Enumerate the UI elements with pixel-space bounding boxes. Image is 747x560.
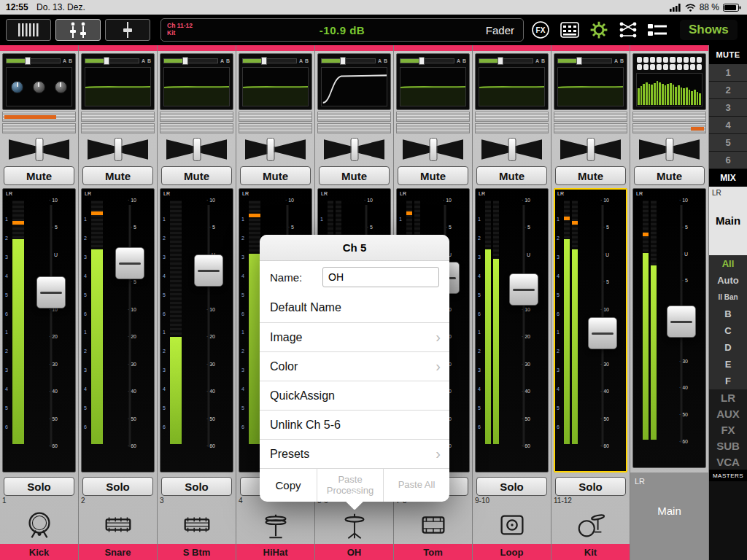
pan-handle[interactable] — [587, 138, 595, 161]
pan-control[interactable] — [324, 136, 384, 163]
gain-handle[interactable] — [261, 57, 267, 65]
gain-slider[interactable] — [242, 58, 297, 63]
channel-color-bar[interactable] — [0, 45, 78, 51]
fader-area[interactable]: LR 123456123456 105U5102030405060 — [2, 188, 76, 472]
mute-group-6[interactable]: 6 — [709, 152, 747, 169]
gain-slider[interactable] — [479, 58, 533, 63]
fader-track[interactable] — [582, 205, 623, 447]
master-mute-button[interactable]: Mute — [634, 166, 705, 185]
processing-display[interactable] — [557, 67, 624, 106]
channel-processing-view[interactable]: AB — [317, 53, 391, 110]
bank-c[interactable]: C — [709, 322, 747, 339]
instrument-icon[interactable] — [551, 506, 630, 544]
mix-header[interactable]: MIX — [709, 169, 747, 187]
mute-button[interactable]: Mute — [555, 166, 626, 185]
pan-handle[interactable] — [350, 138, 358, 161]
pan-control[interactable] — [245, 136, 306, 163]
dyn-meter-display[interactable] — [2, 112, 76, 122]
fader-track[interactable] — [31, 205, 71, 447]
channel-processing-view[interactable]: AB — [554, 53, 627, 110]
menu-item-image[interactable]: Image — [260, 322, 449, 351]
mute-button[interactable]: Mute — [82, 166, 153, 185]
gain-handle[interactable] — [340, 57, 346, 65]
channel-processing-view[interactable]: AB — [2, 53, 76, 110]
ab-input-selector[interactable]: AB — [378, 58, 387, 63]
channel-color-bar[interactable] — [394, 45, 472, 51]
channel-name[interactable]: Loop — [473, 544, 551, 560]
processing-display[interactable] — [242, 67, 309, 106]
bank-f[interactable]: F — [709, 373, 747, 389]
mute-group-3[interactable]: 3 — [709, 99, 747, 117]
channel-name[interactable]: S Btm — [158, 544, 236, 560]
mute-groups-header[interactable]: MUTE — [709, 45, 747, 64]
eq-meter-display[interactable] — [554, 123, 627, 133]
knob-icon[interactable] — [11, 81, 23, 93]
fader-area[interactable]: LR 123456123456 105U5102030405060 — [81, 188, 155, 472]
gain-handle[interactable] — [104, 57, 109, 65]
channel-color-bar[interactable] — [473, 45, 551, 51]
channel-color-bar[interactable] — [236, 45, 314, 51]
channel-processing-view[interactable]: AB — [81, 53, 155, 110]
gain-handle[interactable] — [498, 57, 503, 65]
bank-d[interactable]: D — [709, 339, 747, 356]
solo-button[interactable]: Solo — [476, 477, 547, 496]
instrument-icon[interactable] — [473, 506, 551, 544]
dyn-meter-display[interactable] — [396, 112, 470, 122]
menu-item-presets[interactable]: Presets — [260, 439, 449, 468]
eq-meter-display[interactable] — [475, 123, 549, 133]
channel-color-bar[interactable] — [158, 45, 236, 51]
dyn-meter-display[interactable] — [160, 112, 233, 122]
menu-item-unlink-ch-5-6[interactable]: Unlink Ch 5-6 — [260, 410, 449, 439]
eq-meter-display[interactable] — [396, 123, 470, 133]
fader-handle[interactable] — [588, 317, 617, 349]
instrument-icon[interactable] — [236, 506, 314, 544]
fader-track[interactable] — [503, 205, 544, 447]
masters-aux[interactable]: AUX — [709, 405, 747, 421]
menu-item-default-name[interactable]: Default Name — [260, 293, 449, 322]
mute-button[interactable]: Mute — [319, 166, 390, 185]
fader-area[interactable]: LR 123456123456 105U5102030405060 — [475, 188, 549, 472]
gain-slider[interactable] — [400, 58, 454, 63]
channel-name-input[interactable] — [322, 267, 439, 287]
ab-input-selector[interactable]: AB — [457, 58, 466, 63]
fader-handle[interactable] — [115, 247, 144, 279]
channel-color-bar[interactable] — [79, 45, 157, 51]
dyn-meter-display[interactable] — [239, 112, 312, 122]
pan-control[interactable] — [9, 136, 69, 163]
solo-button[interactable]: Solo — [555, 477, 626, 496]
mute-button[interactable]: Mute — [398, 166, 468, 185]
masters-fx[interactable]: FX — [709, 421, 747, 438]
view-meters-button[interactable] — [6, 19, 51, 41]
mute-group-4[interactable]: 4 — [709, 117, 747, 134]
master-processing-view[interactable] — [632, 53, 706, 110]
menu-item-quickassign[interactable]: QuickAssign — [260, 381, 449, 410]
channel-processing-view[interactable]: AB — [475, 53, 549, 110]
view-mixer-button[interactable] — [55, 19, 101, 41]
mute-keys-grid[interactable] — [633, 54, 705, 71]
ab-input-selector[interactable]: AB — [142, 58, 151, 63]
gain-handle[interactable] — [25, 57, 31, 65]
pan-control[interactable] — [403, 136, 463, 163]
pan-handle[interactable] — [35, 138, 43, 161]
eq-meter-display[interactable] — [2, 123, 76, 133]
gain-slider[interactable] — [557, 58, 612, 63]
channel-name[interactable]: Snare — [79, 544, 157, 560]
keypad-button[interactable] — [557, 18, 582, 42]
master-dyn-display[interactable] — [632, 112, 706, 122]
gain-slider[interactable] — [163, 58, 218, 63]
current-mix-button[interactable]: LR Main — [709, 187, 747, 255]
pan-control[interactable] — [560, 136, 621, 163]
fader-track[interactable] — [188, 205, 229, 447]
channel-info-display[interactable]: Ch 11-12 Kit -10.9 dB Fader — [160, 18, 524, 42]
assign-matrix-button[interactable] — [645, 18, 670, 42]
paste-all-button[interactable]: Paste All — [383, 469, 449, 502]
pan-handle[interactable] — [266, 138, 274, 161]
dyn-meter-display[interactable] — [317, 112, 391, 122]
instrument-icon[interactable] — [0, 506, 78, 544]
channel-color-bar[interactable] — [551, 45, 630, 51]
fader-handle[interactable] — [36, 276, 66, 308]
ab-input-selector[interactable]: AB — [299, 58, 309, 63]
ab-input-selector[interactable]: AB — [220, 58, 230, 63]
bank-b[interactable]: B — [709, 306, 747, 322]
fader-area[interactable]: LR 123456123456 105U5102030405060 — [554, 188, 627, 472]
